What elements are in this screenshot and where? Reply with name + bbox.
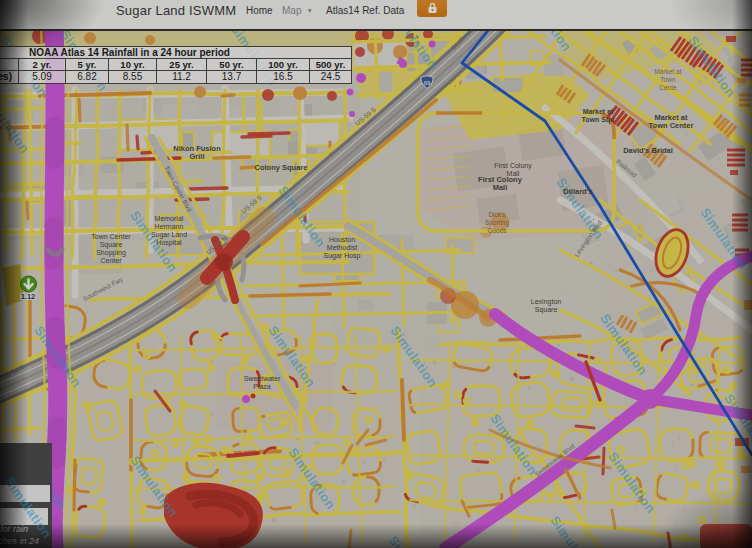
rainfall-row-label: Rainfall (inches) (0, 70, 19, 83)
simulation-watermark: Simulation (698, 205, 751, 272)
road-label-southwest-fwy: Southwest Fwy (82, 275, 125, 303)
simulation-watermark: Simulation (686, 33, 739, 100)
map-label-market-town-center-a: Market atTownCente (654, 68, 681, 90)
app-title: Sugar Land ISWMM (116, 3, 236, 18)
rainfall-val-50yr: 13.7 (207, 70, 257, 83)
rainfall-val-10yr: 8.55 (109, 70, 157, 83)
rainfall-table-title: NOAA Atlas 14 Rainfall in a 24 hour peri… (0, 46, 352, 58)
nav-home[interactable]: Home (246, 5, 273, 16)
simulation-watermark: Simulation (598, 311, 651, 378)
rainfall-input-panel: for rain ches in 24 (0, 443, 52, 548)
widget-hint-line-1: for rain (0, 524, 28, 534)
simulation-watermark: Simulation (386, 533, 439, 548)
map-label-lexington-square: LexingtonSquare (531, 298, 561, 314)
map-label-market-town-center-b: Market atTown Center (649, 113, 694, 131)
rainfall-col-100yr: 100 yr. (257, 58, 310, 70)
rainfall-col-5yr: 5 yr. (66, 58, 109, 70)
map-label-memorial-hermann: MemorialHermannSugar LandHospital (151, 215, 187, 248)
map-label-houston-methodist: HoustonMethodistSugar Hosp (324, 236, 361, 260)
noaa-rainfall-table: NOAA Atlas 14 Rainfall in a 24 hour peri… (0, 46, 352, 84)
chevron-down-icon: ▼ (306, 7, 312, 14)
rainfall-input-field-2[interactable] (0, 508, 48, 525)
road-label-sweetwater-blvd: Sweetwater Blvd (533, 442, 576, 478)
rainfall-val-5yr: 6.82 (66, 70, 109, 83)
map-label-dillards: Dillard's (563, 187, 592, 196)
simulation-watermark: Simulation (128, 453, 181, 520)
map-label-market-town-square: Market atTown Squ (582, 108, 615, 124)
map-label-sweetwater-plaza: SweetwaterPlaza (244, 375, 281, 390)
rainfall-val-25yr: 11.2 (157, 70, 207, 83)
simulation-watermark: Simulation (0, 89, 33, 156)
map-label-davids-bridal: David's Bridal (623, 146, 673, 155)
map-label-dicks-sporting-goods: Dick'sSportingGoods (485, 211, 510, 233)
road-label-railroad: Railroad (615, 158, 638, 179)
map-label-colony-square: Colony Square (255, 163, 308, 172)
rainfall-col-500yr: 500 yr. (310, 58, 352, 70)
simulation-watermark: Simulation (722, 391, 752, 458)
rainfall-val-500yr: 24.5 (310, 70, 352, 83)
map-label-nikon-fusion-grill: Nikon FusionGrill (173, 144, 221, 162)
rainfall-col-2yr: 2 yr. (19, 58, 66, 70)
highway-shield-69: 69 (421, 76, 433, 89)
simulation-watermark: Simulation (554, 175, 607, 242)
simulation-watermark: Simulation (606, 449, 659, 516)
simulation-watermark: Simulation (276, 183, 329, 250)
road-label-us59-top: US-59 S (354, 105, 378, 127)
simulation-watermark: Simulation (388, 323, 441, 390)
rainfall-col-25yr: 25 yr. (157, 58, 207, 70)
rainfall-val-2yr: 5.09 (19, 70, 66, 83)
svg-text:69: 69 (424, 80, 431, 86)
road-label-us59-n: US-59 N (205, 234, 229, 256)
rainfall-input-field-1[interactable] (0, 485, 50, 502)
rainfall-col-blank (0, 58, 19, 70)
simulation-watermark: Simulation (548, 513, 601, 548)
rainfall-val-100yr: 16.5 (257, 70, 310, 83)
lock-icon (427, 2, 438, 14)
map-label-first-colony-mall-2: First ColonyMall (478, 175, 523, 193)
rainfall-col-10yr: 10 yr. (109, 58, 157, 70)
simulation-watermark: Simulation (488, 411, 541, 478)
road-label-us59-left: US-59 S (0, 363, 26, 381)
login-button[interactable] (417, 0, 447, 17)
road-label-us59-mid: US-59 S (240, 193, 264, 215)
nav-map[interactable]: Map▼ (282, 5, 313, 16)
simulation-watermark: Simulation (32, 323, 85, 390)
road-label-town-center-blvd: Town Center Blvd (163, 165, 193, 214)
app-header: Sugar Land ISWMM Home Map▼ Atlas14 Ref. … (0, 0, 752, 31)
nav-atlas14-ref-data[interactable]: Atlas14 Ref. Data (326, 5, 404, 16)
map-label-town-center-square: Town CenterSquareShoppingCenter (91, 233, 131, 265)
rainfall-col-50yr: 50 yr. (207, 58, 257, 70)
marker-value-label: 1.12 (21, 292, 36, 301)
simulation-watermark: Simulation (286, 445, 339, 512)
widget-hint-line-2: ches in 24 (0, 536, 39, 546)
app-window: .p{fill:none;stroke-linecap:round;stroke… (0, 0, 752, 548)
